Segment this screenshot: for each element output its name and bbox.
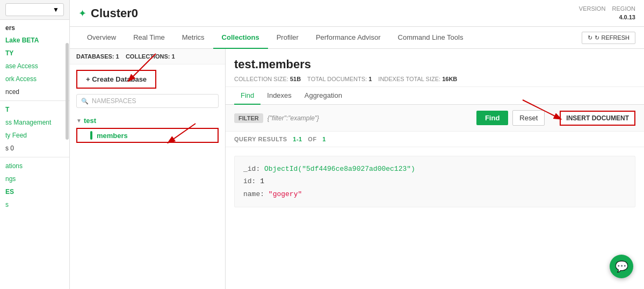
insert-document-button[interactable]: INSERT DOCUMENT (560, 111, 635, 126)
refresh-icon: ↻ (588, 34, 592, 41)
chevron-icon: ▼ (76, 118, 82, 124)
right-panel: test.members COLLECTION SIZE: 51B TOTAL … (226, 49, 644, 289)
sidebar-item-es[interactable]: ES (0, 185, 69, 198)
sidebar-item-s0[interactable]: s 0 (0, 142, 69, 155)
tab-metrics[interactable]: Metrics (173, 27, 213, 49)
namespaces-placeholder: NAMESPACES (92, 97, 136, 105)
collection-members-row[interactable]: members (76, 128, 219, 143)
collection-meta: COLLECTION SIZE: 51B TOTAL DOCUMENTS: 1 … (234, 76, 635, 82)
doc-name-key: name (243, 190, 260, 198)
sidebar-item-t[interactable]: T (0, 103, 69, 116)
cluster-header: ✦ Cluster0 VERSION REGION 4.0.13 (70, 0, 644, 27)
db-stats-header: DATABASES: 1 COLLECTIONS: 1 (70, 49, 225, 64)
document-card: _id: ObjectId("5df4496ce8a9027ad00ec123"… (234, 156, 635, 207)
sidebar-item-advanced[interactable]: nced (0, 85, 69, 98)
doc-id-key: _id (243, 165, 256, 173)
nav-tabs: Overview Real Time Metrics Collections P… (70, 27, 644, 49)
collection-title: test.members (234, 57, 635, 71)
version-region: VERSION REGION 4.0.13 (579, 5, 635, 21)
cluster-title-group: ✦ Cluster0 (78, 6, 138, 20)
collection-size-label: COLLECTION SIZE: 51B (234, 76, 301, 82)
sidebar-section-users: ers (0, 20, 69, 34)
tab-performance-advisor[interactable]: Performance Advisor (307, 27, 389, 49)
sidebar-item-network-access[interactable]: ork Access (0, 73, 69, 85)
doc-name-line: name: "gogery" (243, 188, 626, 200)
sidebar-divider-1 (0, 100, 69, 101)
sidebar-item-ty[interactable]: TY (0, 47, 69, 60)
collection-size-value: 51B (290, 76, 301, 82)
sidebar: ▼ ers Lake BETA TY ase Access ork Access… (0, 0, 70, 289)
refresh-label: ↻ REFRESH (595, 34, 629, 41)
collections-count: 1 (171, 53, 175, 60)
query-results-of: OF (308, 136, 316, 142)
tab-overview[interactable]: Overview (78, 27, 125, 49)
sidebar-item-s[interactable]: s (0, 198, 69, 211)
total-docs-label: TOTAL DOCUMENTS: 1 (307, 76, 372, 82)
filter-input[interactable] (267, 114, 472, 122)
sidebar-item-activity-feed[interactable]: ty Feed (0, 129, 69, 142)
filter-bar: FILTER Find Reset INSERT DOCUMENT (226, 105, 644, 132)
doc-id2-line: id: 1 (243, 175, 626, 187)
databases-label: DATABASES: (76, 53, 114, 60)
version-label: VERSION (579, 5, 606, 12)
doc-name-value: "gogery" (269, 190, 302, 198)
sidebar-item-settings[interactable]: ngs (0, 172, 69, 185)
sidebar-top: ▼ (0, 0, 69, 20)
db-test-row[interactable]: ▼ test (70, 114, 225, 127)
tab-find[interactable]: Find (234, 87, 261, 105)
create-database-button[interactable]: + Create Database (76, 70, 156, 89)
doc-id-value: ObjectId("5df4496ce8a9027ad00ec123") (264, 165, 415, 173)
version-value: 4.0.13 (619, 14, 635, 20)
document-area: _id: ObjectId("5df4496ce8a9027ad00ec123"… (226, 147, 644, 289)
query-results-total: 1 (322, 136, 326, 142)
chat-button[interactable]: 💬 (610, 255, 633, 278)
sidebar-item-0[interactable]: Lake BETA (0, 34, 69, 47)
databases-count: 1 (116, 53, 119, 60)
cluster-title: Cluster0 (91, 6, 138, 20)
db-name-test: test (84, 117, 96, 125)
doc-id2-key: id (243, 177, 252, 185)
right-tabs: Find Indexes Aggregation (226, 87, 644, 105)
sidebar-item-access-mgmt[interactable]: ss Management (0, 116, 69, 129)
filter-badge: FILTER (234, 113, 263, 123)
collection-header: test.members COLLECTION SIZE: 51B TOTAL … (226, 49, 644, 87)
tab-profiler[interactable]: Profiler (268, 27, 307, 49)
refresh-button[interactable]: ↻ ↻ REFRESH (582, 32, 635, 44)
doc-id-line: _id: ObjectId("5df4496ce8a9027ad00ec123"… (243, 163, 626, 175)
tab-indexes[interactable]: Indexes (261, 87, 298, 105)
query-results-range: 1-1 (293, 136, 302, 142)
sidebar-scrollbar[interactable] (66, 43, 69, 140)
tab-real-time[interactable]: Real Time (125, 27, 173, 49)
indexes-label: INDEXES TOTAL SIZE: 16KB (378, 76, 457, 82)
tab-aggregation[interactable]: Aggregation (298, 87, 349, 105)
tab-command-line-tools[interactable]: Command Line Tools (389, 27, 472, 49)
collections-label: COLLECTIONS: (126, 53, 170, 60)
db-tree: ▼ test members (70, 112, 225, 146)
main-content: ✦ Cluster0 VERSION REGION 4.0.13 Overvie… (70, 0, 644, 289)
chevron-down-icon: ▼ (53, 6, 59, 13)
sidebar-item-integrations[interactable]: ations (0, 160, 69, 172)
sidebar-dropdown[interactable]: ▼ (5, 3, 64, 16)
reset-button[interactable]: Reset (512, 110, 545, 126)
collection-name-members: members (97, 132, 128, 140)
sidebar-divider-2 (0, 157, 69, 157)
region-label: REGION (612, 5, 635, 12)
doc-id2-value: 1 (260, 177, 264, 185)
chat-icon: 💬 (615, 260, 628, 273)
query-results-label: QUERY RESULTS (234, 136, 287, 142)
tab-collections[interactable]: Collections (213, 27, 268, 49)
cluster-icon: ✦ (78, 8, 86, 19)
find-button[interactable]: Find (476, 111, 508, 125)
left-panel: DATABASES: 1 COLLECTIONS: 1 + Create Dat… (70, 49, 226, 289)
content-area: DATABASES: 1 COLLECTIONS: 1 + Create Dat… (70, 49, 644, 289)
search-icon: 🔍 (81, 98, 89, 105)
sidebar-item-database-access[interactable]: ase Access (0, 60, 69, 73)
total-docs-value: 1 (368, 76, 372, 82)
collection-bar (90, 131, 92, 140)
query-results-bar: QUERY RESULTS 1-1 OF 1 (226, 132, 644, 147)
namespace-search[interactable]: 🔍 NAMESPACES (76, 94, 219, 108)
indexes-value: 16KB (442, 76, 457, 82)
sidebar-scroll: ers Lake BETA TY ase Access ork Access n… (0, 20, 69, 289)
